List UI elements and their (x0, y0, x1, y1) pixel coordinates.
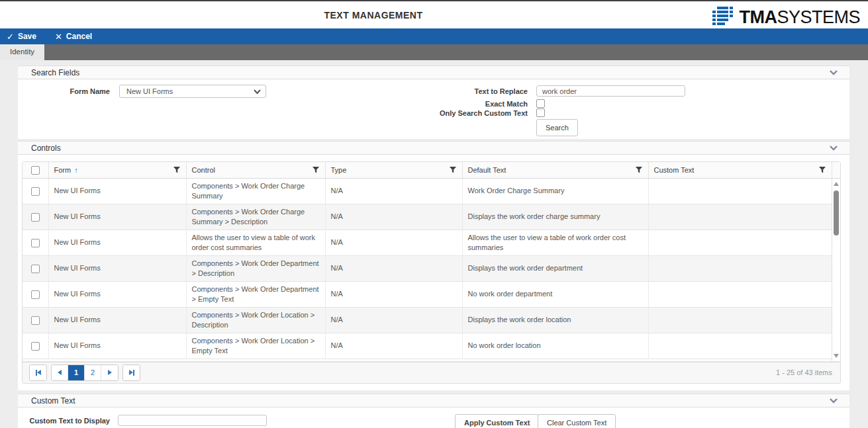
cell-type: N/A (325, 307, 462, 333)
form-name-select[interactable]: New UI Forms (119, 85, 266, 98)
apply-custom-text-button[interactable]: Apply Custom Text (455, 414, 539, 428)
row-checkbox[interactable] (31, 290, 40, 299)
cell-default-text: No work order location (462, 333, 648, 359)
exact-match-label: Exact Match (342, 100, 528, 108)
search-fields-title: Search Fields (31, 68, 79, 77)
table-row[interactable]: New UI Forms Components > Work Order Loc… (23, 333, 840, 359)
custom-text-body: Custom Text to Display Apply Custom Text… (18, 407, 849, 428)
filter-icon[interactable] (449, 166, 457, 174)
logo-wordmark: TMASYSTEMS (739, 7, 860, 28)
cancel-button[interactable]: ✕ Cancel (55, 32, 92, 41)
cell-default-text: Allows the user to view a table of work … (462, 230, 648, 255)
form-column-label: Form (54, 166, 72, 174)
cell-form: New UI Forms (48, 230, 186, 255)
search-fields-header: Search Fields (18, 65, 849, 79)
cell-custom-text (648, 307, 832, 333)
toolbar: ✓ Save ✕ Cancel (0, 28, 868, 44)
column-header-default-text[interactable]: Default Text (462, 162, 648, 178)
table-row-partial (23, 359, 840, 361)
cell-form: New UI Forms (48, 255, 186, 281)
row-checkbox[interactable] (31, 265, 40, 273)
form-name-value: New UI Forms (126, 87, 173, 95)
column-header-form[interactable]: Form↑ (48, 162, 186, 178)
row-checkbox[interactable] (31, 187, 40, 196)
column-header-control[interactable]: Control (186, 162, 325, 178)
table-row[interactable]: New UI Forms Components > Work Order Dep… (23, 255, 840, 281)
exact-match-checkbox[interactable] (536, 99, 545, 108)
cell-default-text: Displays the work order location (462, 307, 648, 333)
table-row[interactable]: New UI Forms Components > Work Order Dep… (23, 281, 840, 307)
table-row[interactable]: New UI Forms Components > Work Order Cha… (23, 178, 840, 204)
page-2-button[interactable]: 2 (85, 365, 101, 380)
custom-text-to-display-input[interactable] (118, 415, 267, 426)
row-checkbox[interactable] (31, 213, 40, 222)
search-button[interactable]: Search (536, 119, 578, 136)
collapse-chevron-icon[interactable] (830, 398, 838, 404)
previous-page-button[interactable] (52, 365, 68, 380)
only-search-custom-text-label: Only Search Custom Text (342, 109, 528, 117)
table-row[interactable]: New UI Forms Components > Work Order Cha… (23, 204, 840, 230)
cell-default-text: Work Order Charge Summary (462, 178, 648, 204)
only-search-custom-text-checkbox[interactable] (536, 108, 545, 117)
page-1-button[interactable]: 1 (68, 365, 85, 380)
cell-custom-text (648, 281, 832, 307)
scroll-up-arrow-icon[interactable] (834, 182, 839, 186)
row-checkbox[interactable] (31, 316, 40, 325)
controls-header: Controls (18, 141, 849, 155)
filter-icon[interactable] (312, 166, 320, 174)
app-header: TEXT MANAGEMENT TMASYSTEMS (0, 1, 868, 28)
controls-grid: Form↑ Control Type Default Text Custom T… (22, 161, 841, 384)
collapse-chevron-icon[interactable] (830, 146, 838, 151)
first-page-button[interactable] (30, 365, 46, 380)
cell-form: New UI Forms (48, 204, 186, 230)
vertical-scrollbar[interactable] (832, 179, 840, 361)
table-row[interactable]: New UI Forms Components > Work Order Loc… (23, 307, 840, 333)
pager-first-group (29, 364, 47, 381)
form-name-label: Form Name (18, 87, 110, 95)
cell-control: Components > Work Order Charge Summary (186, 178, 325, 204)
tab-identity[interactable]: Identity (0, 44, 44, 60)
cell-control: Components > Work Order Department > Des… (186, 255, 325, 281)
cell-form: New UI Forms (48, 281, 186, 307)
controls-title: Controls (31, 144, 61, 153)
cell-default-text: No work order department (462, 281, 648, 307)
filter-icon[interactable] (635, 166, 643, 174)
next-page-button[interactable] (101, 365, 118, 380)
custom-text-title: Custom Text (31, 396, 75, 406)
select-all-checkbox[interactable] (31, 166, 40, 175)
main-content: Search Fields Form Name New UI Forms Tex… (0, 60, 868, 428)
cell-form: New UI Forms (48, 333, 186, 359)
row-checkbox[interactable] (31, 342, 40, 351)
filter-icon[interactable] (818, 166, 826, 174)
cell-custom-text (648, 178, 832, 204)
tab-bar: Identity (0, 44, 868, 60)
pager-last-group (122, 364, 140, 381)
sort-ascending-icon: ↑ (74, 166, 78, 174)
scrollbar-thumb[interactable] (834, 191, 839, 235)
cell-type: N/A (325, 230, 462, 255)
table-row[interactable]: New UI Forms Allows the user to view a t… (23, 230, 840, 255)
custom-text-to-display-label: Custom Text to Display (18, 417, 110, 425)
filter-icon[interactable] (173, 166, 181, 174)
cell-custom-text (648, 204, 832, 230)
cell-form: New UI Forms (48, 178, 186, 204)
logo-tma: TMA (739, 7, 777, 27)
column-header-type[interactable]: Type (325, 162, 462, 178)
cell-form: New UI Forms (48, 307, 186, 333)
scroll-down-arrow-icon[interactable] (834, 354, 839, 358)
tma-logo-grid-icon (712, 6, 734, 28)
clear-custom-text-button[interactable]: Clear Custom Text (538, 414, 616, 428)
row-checkbox[interactable] (31, 239, 40, 247)
cell-type: N/A (325, 333, 462, 359)
grid-pager: 1 2 1 - 25 of 43 items (23, 362, 840, 383)
cell-control: Allows the user to view a table of work … (186, 230, 325, 255)
cell-custom-text (648, 333, 832, 359)
cell-control: Components > Work Order Department > Emp… (186, 281, 325, 307)
text-to-replace-input[interactable] (536, 85, 685, 97)
custom-text-header: Custom Text (18, 394, 849, 407)
column-header-custom-text[interactable]: Custom Text (648, 162, 832, 178)
cell-type: N/A (325, 281, 462, 307)
last-page-button[interactable] (123, 365, 140, 380)
save-button[interactable]: ✓ Save (7, 32, 36, 41)
collapse-chevron-icon[interactable] (830, 70, 838, 75)
